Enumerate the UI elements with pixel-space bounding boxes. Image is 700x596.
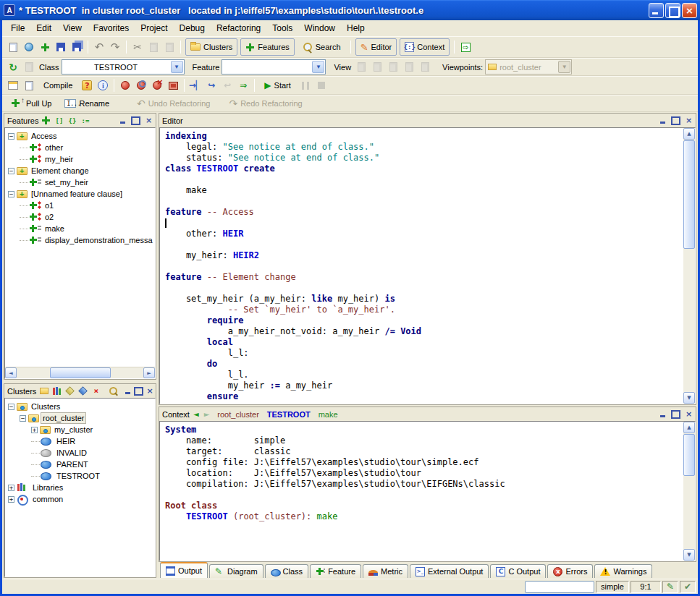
- chevron-down-icon[interactable]: ▼: [171, 61, 183, 73]
- tree-label[interactable]: Element change: [30, 166, 90, 176]
- expand-toggle-icon[interactable]: −: [8, 168, 14, 174]
- group-by-clause-icon[interactable]: {}: [67, 115, 77, 126]
- tree-label[interactable]: set_my_heir: [43, 177, 90, 187]
- tree-label[interactable]: o2: [43, 212, 55, 222]
- undo-icon[interactable]: ↶: [91, 39, 107, 55]
- close-button[interactable]: ×: [682, 3, 697, 18]
- tab-external-output[interactable]: >_External Output: [410, 564, 489, 578]
- menu-view[interactable]: View: [57, 22, 88, 35]
- show-signature-icon[interactable]: :=: [80, 115, 90, 126]
- editor-code-area[interactable]: indexing legal: "See notice at end of cl…: [160, 128, 683, 404]
- scroll-down-icon[interactable]: ▼: [683, 392, 695, 404]
- context-close-icon[interactable]: ×: [683, 409, 694, 420]
- tab-class[interactable]: Class: [265, 564, 309, 578]
- features-minimize-icon[interactable]: [117, 116, 128, 126]
- scroll-thumb[interactable]: [683, 140, 695, 249]
- search-cluster-icon[interactable]: [108, 386, 119, 396]
- menu-debug[interactable]: Debug: [174, 22, 211, 35]
- tree-label[interactable]: HEIR: [55, 436, 77, 446]
- tree-item-testroot[interactable]: TESTROOT: [5, 470, 155, 482]
- step-into-icon[interactable]: ↪: [203, 77, 219, 93]
- tree-label[interactable]: o1: [43, 200, 55, 210]
- expand-toggle-icon[interactable]: +: [8, 485, 14, 491]
- tree-label[interactable]: Clusters: [30, 401, 62, 412]
- tree-label[interactable]: root_cluster: [41, 413, 85, 423]
- tree-item-unnamed-feature-clause[interactable]: −[Unnamed feature clause]: [5, 188, 155, 200]
- tree-item-o1[interactable]: o1: [5, 200, 155, 211]
- expand-toggle-icon[interactable]: −: [8, 133, 14, 140]
- terminate-icon[interactable]: [165, 77, 181, 93]
- tab-diagram[interactable]: Diagram: [209, 564, 263, 578]
- tree-item-o2[interactable]: o2: [5, 211, 155, 223]
- context-vscrollbar[interactable]: ▲ ▼: [683, 422, 695, 561]
- tree-item-clusters[interactable]: −Clusters: [5, 401, 155, 412]
- expand-toggle-icon[interactable]: −: [8, 191, 14, 197]
- scroll-left-icon[interactable]: ◄: [5, 367, 17, 378]
- tab-feature[interactable]: Feature: [310, 564, 361, 578]
- breadcrumb-cluster[interactable]: root_cluster: [217, 410, 258, 419]
- alphabetical-sort-icon[interactable]: []: [54, 115, 64, 126]
- breadcrumb-feature[interactable]: make: [319, 410, 338, 419]
- menu-edit[interactable]: Edit: [30, 22, 57, 35]
- save-icon[interactable]: [53, 39, 69, 55]
- breadcrumb-class[interactable]: TESTROOT: [267, 410, 311, 419]
- step-over-icon[interactable]: →▏: [187, 77, 203, 93]
- tree-item-root-cluster[interactable]: −root_cluster: [5, 412, 155, 424]
- tab-c-output[interactable]: CC Output: [490, 564, 546, 578]
- editor-close-icon[interactable]: ×: [683, 116, 694, 126]
- scroll-thumb[interactable]: [50, 367, 111, 378]
- scroll-right-icon[interactable]: ►: [143, 367, 155, 378]
- editor-maximize-icon[interactable]: [670, 116, 681, 126]
- menu-tools[interactable]: Tools: [266, 22, 298, 35]
- chevron-down-icon[interactable]: ▼: [312, 61, 324, 73]
- editor-tool-button[interactable]: ✎ Editor: [355, 38, 397, 56]
- tree-label[interactable]: Access: [30, 131, 58, 141]
- rename-button[interactable]: I... Rename: [59, 95, 114, 112]
- tree-label[interactable]: INVALID: [55, 448, 88, 458]
- tree-label[interactable]: display_demonstration_messa: [43, 235, 154, 245]
- tree-label[interactable]: my_cluster: [53, 425, 94, 435]
- tree-item-element-change[interactable]: −Element change: [5, 165, 155, 176]
- expand-toggle-icon[interactable]: −: [20, 415, 26, 422]
- tree-label[interactable]: Libraries: [31, 482, 64, 493]
- tree-item-display-demonstration-messa[interactable]: display_demonstration_messa: [5, 234, 155, 246]
- search-tool-button[interactable]: Search: [298, 38, 346, 56]
- clusters-maximize-icon[interactable]: [134, 386, 143, 396]
- copy-icon[interactable]: [146, 39, 161, 55]
- clusters-minimize-icon[interactable]: [123, 386, 132, 396]
- features-hscrollbar[interactable]: ◄ ►: [5, 367, 155, 378]
- tree-item-parent[interactable]: PARENT: [5, 459, 155, 470]
- pull-up-button[interactable]: Pull Up: [7, 95, 56, 112]
- editor-vscrollbar[interactable]: ▲ ▼: [683, 128, 695, 404]
- tree-label[interactable]: PARENT: [55, 459, 90, 469]
- history-back-icon[interactable]: ◄: [192, 410, 201, 418]
- tree-label[interactable]: [Unnamed feature clause]: [30, 189, 124, 199]
- menu-refactoring[interactable]: Refactoring: [211, 22, 266, 35]
- tree-item-set-my-heir[interactable]: set_my_heir: [5, 176, 155, 188]
- scroll-down-icon[interactable]: ▼: [683, 549, 695, 561]
- freeze-icon[interactable]: [117, 77, 133, 93]
- add-cluster-icon[interactable]: [38, 386, 49, 396]
- tree-label[interactable]: other: [43, 142, 64, 153]
- compile-button[interactable]: Compile: [38, 77, 77, 94]
- features-close-icon[interactable]: ×: [143, 116, 154, 126]
- context-minimize-icon[interactable]: [657, 409, 668, 420]
- menu-project[interactable]: Project: [135, 22, 173, 35]
- tree-label[interactable]: TESTROOT: [55, 471, 101, 481]
- editor-minimize-icon[interactable]: [657, 116, 668, 126]
- tree-label[interactable]: my_heir: [43, 154, 75, 164]
- run-to-cursor-icon[interactable]: ⇒: [235, 77, 251, 93]
- menu-file[interactable]: File: [5, 22, 30, 35]
- tree-item-other[interactable]: other: [5, 142, 155, 153]
- expand-toggle-icon[interactable]: +: [31, 427, 38, 433]
- compile-status-cell[interactable]: ✔: [680, 581, 696, 593]
- maximize-button[interactable]: [665, 3, 680, 18]
- paste-icon[interactable]: [161, 39, 177, 55]
- class-combo[interactable]: TESTROOT ▼: [62, 59, 185, 74]
- open-file-icon[interactable]: [21, 39, 37, 55]
- menu-help[interactable]: Help: [341, 22, 371, 35]
- expand-toggle-icon[interactable]: +: [8, 496, 14, 503]
- refresh-icon[interactable]: ↻: [5, 59, 21, 75]
- tree-item-heir[interactable]: HEIR: [5, 435, 155, 447]
- redo-icon[interactable]: ↷: [107, 39, 123, 55]
